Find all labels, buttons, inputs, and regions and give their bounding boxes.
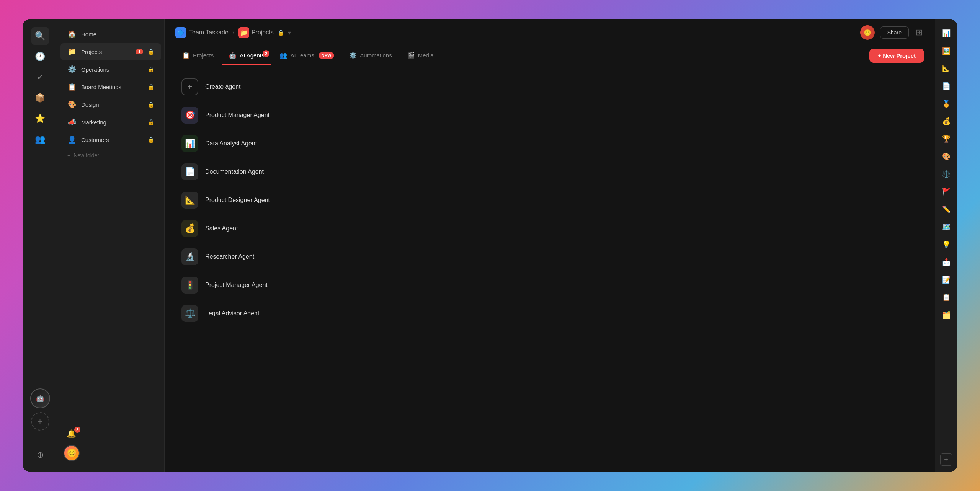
tab-ai-teams-label: AI Teams	[290, 52, 314, 59]
sidebar-item-marketing[interactable]: 📣 Marketing 🔒	[60, 114, 161, 130]
agent-sales-label: Sales Agent	[205, 225, 238, 232]
home-icon: 🏠	[67, 29, 77, 39]
projects-icon: 📁	[238, 27, 249, 38]
header: 🔷 Team Taskade › 📁 Projects 🔒 ▾ 😊 Share …	[165, 19, 935, 46]
breadcrumb-team[interactable]: 🔷 Team Taskade	[175, 27, 229, 38]
right-panel-doc-btn[interactable]: 📄	[938, 78, 954, 94]
sidebar-home-label: Home	[81, 31, 154, 38]
list-item[interactable]: 🚦 Project Manager Agent	[175, 271, 924, 299]
new-project-button[interactable]: + New Project	[869, 49, 924, 63]
sidebar-item-customers[interactable]: 👤 Customers 🔒	[60, 131, 161, 148]
list-item[interactable]: ⚖️ Legal Advisor Agent	[175, 300, 924, 327]
right-panel-add-btn[interactable]: +	[940, 453, 952, 466]
right-panel-medal-btn[interactable]: 🏅	[938, 96, 954, 112]
members-btn[interactable]: 👥	[31, 130, 49, 148]
sidebar-customers-label: Customers	[81, 137, 143, 143]
right-panel-charts-btn[interactable]: 📊	[938, 25, 954, 41]
search-btn[interactable]: 🔍	[31, 27, 49, 45]
right-panel-money-btn[interactable]: 💰	[938, 113, 954, 129]
list-item[interactable]: 💰 Sales Agent	[175, 215, 924, 242]
app-window: 🔍 🕐 ✓ 📦 ⭐ 👥 🤖 + ⊕ 🏠 Home 📁 Projects 1 🔒 …	[23, 19, 957, 472]
new-folder-btn[interactable]: + New folder	[60, 149, 161, 161]
operations-lock-icon: 🔒	[148, 66, 154, 72]
tab-media[interactable]: 🎬 Media	[400, 46, 441, 65]
agent-project-manager-icon: 🚦	[181, 277, 198, 294]
add-icon-btn[interactable]: ⊕	[31, 446, 49, 464]
tab-automations[interactable]: ⚙️ Automations	[342, 46, 399, 65]
right-panel-folder-btn[interactable]: 🗂️	[938, 307, 954, 323]
sidebar-board-meetings-label: Board Meetings	[81, 84, 143, 90]
right-panel-bulb-btn[interactable]: 💡	[938, 237, 954, 253]
ai-teams-tab-icon: 👥	[279, 52, 287, 59]
inbox-btn[interactable]: 📦	[31, 89, 49, 107]
ai-agents-tab-icon: 🤖	[229, 52, 237, 59]
tab-ai-teams[interactable]: 👥 AI Teams NEW	[273, 46, 341, 65]
breadcrumb-team-label: Team Taskade	[189, 29, 229, 36]
right-panel-flag-btn[interactable]: 🚩	[938, 184, 954, 200]
projects-tab-icon: 📋	[182, 52, 190, 59]
right-panel-trophy-btn[interactable]: 🏆	[938, 131, 954, 147]
agent-legal-advisor-icon: ⚖️	[181, 305, 198, 322]
right-panel-scale2-btn[interactable]: ⚖️	[938, 166, 954, 182]
list-item[interactable]: 🎯 Product Manager Agent	[175, 101, 924, 129]
ai-agents-badge: 2	[263, 50, 270, 57]
list-item[interactable]: 🔬 Researcher Agent	[175, 243, 924, 271]
tab-projects[interactable]: 📋 Projects	[175, 46, 220, 65]
list-item[interactable]: 📊 Data Analyst Agent	[175, 130, 924, 157]
right-panel-pencil-btn[interactable]: ✏️	[938, 201, 954, 217]
right-panel-paint-btn[interactable]: 🎨	[938, 148, 954, 165]
sidebar-item-design[interactable]: 🎨 Design 🔒	[60, 96, 161, 113]
tab-projects-label: Projects	[193, 52, 214, 59]
sidebar-item-projects[interactable]: 📁 Projects 1 🔒	[60, 43, 161, 60]
agent-project-manager-label: Project Manager Agent	[205, 282, 268, 289]
list-item[interactable]: 📐 Product Designer Agent	[175, 186, 924, 214]
sidebar-item-board-meetings[interactable]: 📋 Board Meetings 🔒	[60, 78, 161, 95]
customers-lock-icon: 🔒	[148, 137, 154, 143]
breadcrumb-separator: ›	[232, 29, 235, 37]
agent-documentation-label: Documentation Agent	[205, 168, 264, 175]
breadcrumb-chevron-icon: ▾	[288, 29, 291, 36]
header-actions: 😊 Share ⊞	[860, 25, 924, 40]
agent-researcher-label: Researcher Agent	[205, 253, 254, 260]
agent-researcher-icon: 🔬	[181, 248, 198, 265]
agent-data-analyst-icon: 📊	[181, 135, 198, 152]
user-avatar-sidebar[interactable]: 😊	[64, 445, 80, 461]
projects-badge: 1	[136, 49, 143, 54]
share-button[interactable]: Share	[880, 26, 909, 39]
right-panel-image-btn[interactable]: 🖼️	[938, 43, 954, 59]
create-agent-item[interactable]: + Create agent	[175, 73, 924, 101]
plus-icon: +	[67, 152, 70, 158]
sidebar-item-operations[interactable]: ⚙️ Operations 🔒	[60, 61, 161, 78]
right-panel-scale-btn[interactable]: 📐	[938, 60, 954, 77]
design-icon: 🎨	[67, 100, 77, 109]
workspace-avatar[interactable]: 🤖	[30, 388, 50, 408]
breadcrumb-projects-label: Projects	[252, 29, 274, 36]
list-item[interactable]: 📄 Documentation Agent	[175, 158, 924, 186]
right-panel-note-btn[interactable]: 📝	[938, 272, 954, 288]
agent-product-designer-icon: 📐	[181, 192, 198, 209]
create-agent-label: Create agent	[205, 83, 241, 90]
add-workspace-btn[interactable]: +	[31, 412, 49, 431]
new-folder-label: New folder	[74, 152, 99, 158]
user-avatar-header[interactable]: 😊	[860, 25, 875, 40]
layout-toggle-btn[interactable]: ⊞	[914, 26, 924, 39]
agent-legal-advisor-label: Legal Advisor Agent	[205, 310, 259, 317]
tab-automations-label: Automations	[360, 52, 392, 59]
sidebar-item-home[interactable]: 🏠 Home	[60, 26, 161, 42]
right-panel-map-btn[interactable]: 🗺️	[938, 219, 954, 235]
tab-ai-agents[interactable]: 🤖 AI Agents 2	[222, 46, 271, 65]
breadcrumb-projects[interactable]: 📁 Projects 🔒 ▾	[238, 27, 291, 38]
recent-btn[interactable]: 🕐	[31, 47, 49, 66]
right-panel-clipboard-btn[interactable]: 📋	[938, 289, 954, 305]
agent-data-analyst-label: Data Analyst Agent	[205, 140, 257, 147]
right-panel-mail-btn[interactable]: 📩	[938, 254, 954, 270]
media-tab-icon: 🎬	[407, 52, 415, 59]
tasks-btn[interactable]: ✓	[31, 68, 49, 86]
starred-btn[interactable]: ⭐	[31, 109, 49, 128]
design-lock-icon: 🔒	[148, 101, 154, 108]
ai-teams-new-badge: NEW	[319, 52, 334, 59]
sidebar-notifications[interactable]: 🔔 3	[64, 426, 158, 441]
marketing-icon: 📣	[67, 117, 77, 127]
sidebar-design-label: Design	[81, 101, 143, 108]
tabs-bar: 📋 Projects 🤖 AI Agents 2 👥 AI Teams NEW …	[165, 46, 935, 65]
